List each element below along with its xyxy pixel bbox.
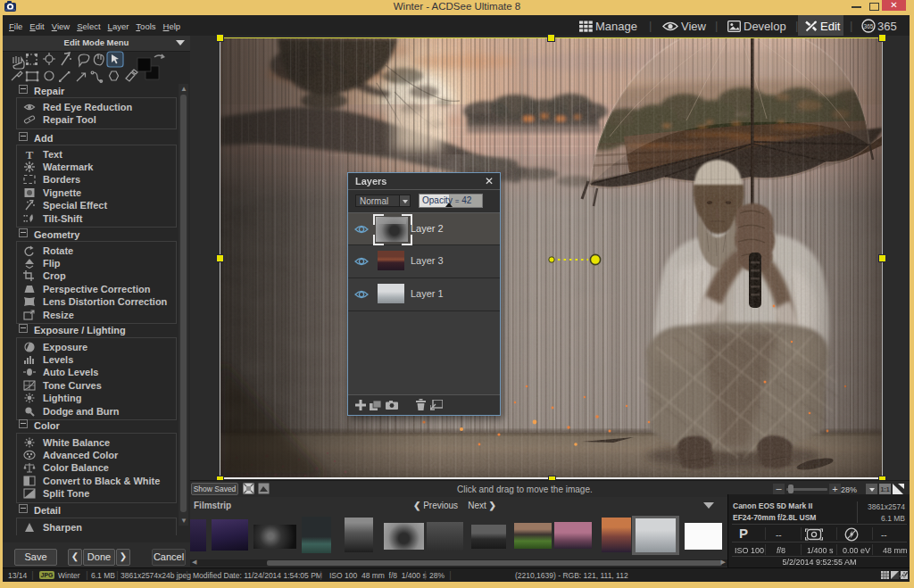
svg-text:T: T — [26, 149, 34, 160]
svg-text:365: 365 — [864, 23, 874, 29]
